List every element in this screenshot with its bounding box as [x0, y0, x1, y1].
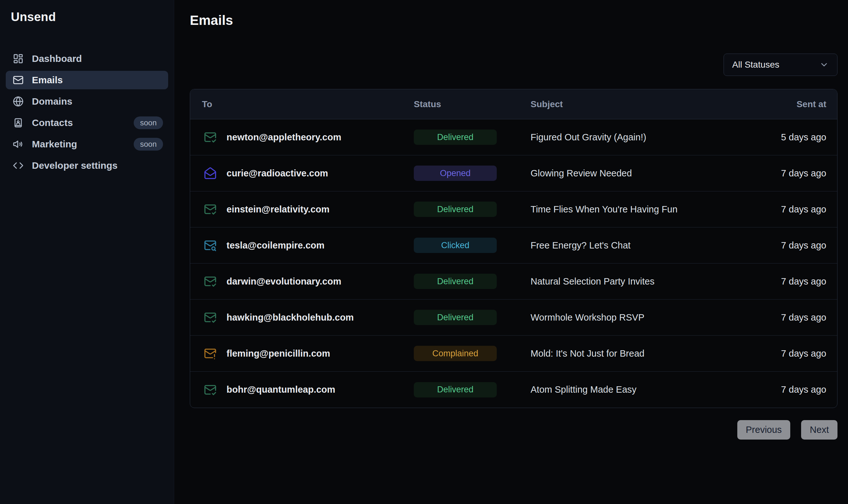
sent-at: 7 days ago — [730, 384, 826, 395]
recipient-email: fleming@penicillin.com — [227, 348, 330, 359]
status-cell: Delivered — [414, 274, 530, 289]
mail-warning-icon — [204, 347, 217, 360]
dashboard-icon — [13, 53, 24, 64]
status-badge: Delivered — [414, 310, 497, 325]
table-row[interactable]: einstein@relativity.com Delivered Time F… — [190, 192, 837, 228]
emails-table: To Status Subject Sent at newton@appleth… — [190, 89, 837, 408]
mail-icon — [13, 75, 24, 86]
recipient-email: bohr@quantumleap.com — [227, 384, 335, 395]
column-header-subject: Subject — [530, 99, 730, 109]
toolbar: All Statuses — [190, 54, 837, 76]
status-filter-dropdown[interactable]: All Statuses — [724, 54, 837, 76]
email-subject: Free Energy? Let's Chat — [530, 240, 730, 251]
sidebar-nav: Dashboard Emails Domains Contacts soon M… — [6, 50, 168, 175]
recipient-email: einstein@relativity.com — [227, 204, 329, 215]
to-cell: fleming@penicillin.com — [202, 347, 414, 360]
email-subject: Time Flies When You're Having Fun — [530, 204, 730, 215]
table-body: newton@appletheory.com Delivered Figured… — [190, 119, 837, 408]
main-content: Emails All Statuses To Status Subject Se… — [174, 0, 848, 504]
email-subject: Atom Splitting Made Easy — [530, 384, 730, 395]
mail-check-icon — [204, 383, 217, 396]
mail-check-icon — [204, 275, 217, 288]
status-badge: Complained — [414, 346, 497, 361]
status-cell: Delivered — [414, 310, 530, 325]
recipient-email: tesla@coilempire.com — [227, 240, 324, 251]
sidebar-item-label: Dashboard — [32, 53, 82, 64]
email-subject: Natural Selection Party Invites — [530, 276, 730, 287]
mail-check-icon — [204, 311, 217, 324]
sidebar: Unsend Dashboard Emails Domains Contacts… — [0, 0, 174, 504]
mail-open-icon — [204, 167, 217, 180]
email-subject: Mold: It's Not Just for Bread — [530, 348, 730, 359]
recipient-email: newton@appletheory.com — [227, 132, 341, 143]
status-cell: Complained — [414, 346, 530, 361]
mail-check-icon — [204, 203, 217, 216]
sent-at: 7 days ago — [730, 240, 826, 251]
chevron-down-icon — [819, 60, 829, 70]
sent-at: 7 days ago — [730, 204, 826, 215]
sidebar-item-label: Emails — [32, 75, 63, 86]
soon-badge: soon — [134, 138, 163, 150]
mail-search-icon — [204, 239, 217, 252]
status-badge: Delivered — [414, 382, 497, 397]
sidebar-item-label: Marketing — [32, 139, 77, 150]
email-subject: Wormhole Workshop RSVP — [530, 312, 730, 323]
pagination: Previous Next — [190, 420, 837, 439]
sidebar-item-contacts[interactable]: Contacts soon — [6, 113, 168, 132]
status-cell: Delivered — [414, 202, 530, 217]
table-row[interactable]: tesla@coilempire.com Clicked Free Energy… — [190, 228, 837, 264]
sidebar-item-label: Developer settings — [32, 160, 118, 171]
mail-check-icon — [204, 131, 217, 144]
table-row[interactable]: bohr@quantumleap.com Delivered Atom Spli… — [190, 372, 837, 408]
sent-at: 7 days ago — [730, 276, 826, 287]
table-row[interactable]: hawking@blackholehub.com Delivered Wormh… — [190, 300, 837, 336]
sent-at: 7 days ago — [730, 312, 826, 323]
status-cell: Delivered — [414, 129, 530, 145]
status-cell: Delivered — [414, 382, 530, 397]
app-window: Unsend Dashboard Emails Domains Contacts… — [0, 0, 848, 504]
speaker-icon — [13, 139, 24, 150]
email-subject: Glowing Review Needed — [530, 168, 730, 179]
column-header-to: To — [202, 99, 414, 109]
status-badge: Delivered — [414, 202, 497, 217]
globe-icon — [13, 96, 24, 107]
recipient-email: hawking@blackholehub.com — [227, 312, 354, 323]
status-cell: Opened — [414, 165, 530, 181]
to-cell: bohr@quantumleap.com — [202, 383, 414, 396]
recipient-email: curie@radioactive.com — [227, 168, 328, 179]
to-cell: hawking@blackholehub.com — [202, 311, 414, 324]
sidebar-item-dashboard[interactable]: Dashboard — [6, 50, 168, 68]
sent-at: 7 days ago — [730, 348, 826, 359]
sidebar-item-developer-settings[interactable]: Developer settings — [6, 156, 168, 175]
to-cell: darwin@evolutionary.com — [202, 275, 414, 288]
table-row[interactable]: fleming@penicillin.com Complained Mold: … — [190, 336, 837, 372]
app-logo: Unsend — [11, 10, 168, 24]
contact-book-icon — [13, 118, 24, 128]
status-badge: Delivered — [414, 129, 497, 145]
status-cell: Clicked — [414, 238, 530, 253]
previous-button[interactable]: Previous — [737, 420, 791, 439]
recipient-email: darwin@evolutionary.com — [227, 276, 341, 287]
email-subject: Figured Out Gravity (Again!) — [530, 132, 730, 143]
sent-at: 5 days ago — [730, 132, 826, 143]
column-header-sent-at: Sent at — [730, 99, 826, 109]
to-cell: curie@radioactive.com — [202, 167, 414, 180]
sidebar-item-marketing[interactable]: Marketing soon — [6, 135, 168, 154]
sidebar-item-label: Contacts — [32, 118, 73, 128]
sidebar-item-label: Domains — [32, 96, 72, 107]
table-row[interactable]: darwin@evolutionary.com Delivered Natura… — [190, 264, 837, 300]
status-badge: Delivered — [414, 274, 497, 289]
status-badge: Opened — [414, 165, 497, 181]
to-cell: newton@appletheory.com — [202, 131, 414, 144]
code-icon — [13, 160, 24, 171]
next-button[interactable]: Next — [801, 420, 837, 439]
status-filter-value: All Statuses — [732, 60, 779, 70]
table-row[interactable]: newton@appletheory.com Delivered Figured… — [190, 119, 837, 155]
sidebar-item-domains[interactable]: Domains — [6, 92, 168, 111]
page-title: Emails — [190, 13, 837, 28]
sidebar-item-emails[interactable]: Emails — [6, 71, 168, 89]
table-row[interactable]: curie@radioactive.com Opened Glowing Rev… — [190, 155, 837, 192]
sent-at: 7 days ago — [730, 168, 826, 179]
soon-badge: soon — [134, 116, 163, 129]
to-cell: tesla@coilempire.com — [202, 239, 414, 252]
